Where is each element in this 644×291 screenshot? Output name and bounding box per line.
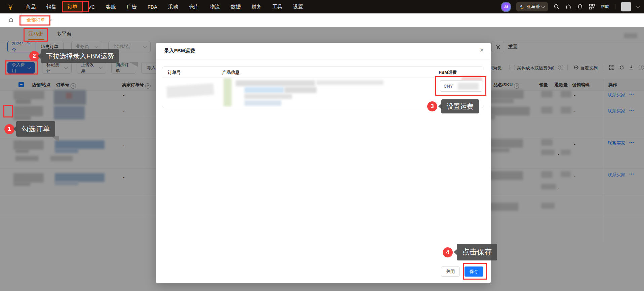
modal-col-product: 产品信息 [222,69,240,76]
nav-item-orders[interactable]: 订单 [62,1,83,12]
help-link[interactable]: 帮助 [601,4,609,10]
search-icon[interactable] [554,4,560,10]
notification-bell-icon[interactable] [577,4,583,10]
nav-item-logistics[interactable]: 物流 [204,0,225,13]
censored-blob [236,80,315,86]
censored-blob [166,83,214,98]
tab-label: 全部订单 [27,17,45,23]
step-tooltip-2: 下拉选择录入FBM运费 [41,49,119,63]
nav-item-ads[interactable]: 广告 [121,0,142,13]
page: 商品 销售 订单 VC 客服 广告 FBA 采购 仓库 物流 数据 财务 工具 … [0,0,644,291]
step-tooltip-3: 设置运费 [441,99,479,113]
brand-logo-icon[interactable] [5,2,15,11]
modal-fee-table: 订单号 产品信息 FBM运费 CNY [162,66,484,108]
nav-item-vc[interactable]: VC [83,0,100,13]
nav-item-sales[interactable]: 销售 [41,0,62,13]
step-tooltip-1: 勾选订单 [16,121,55,137]
fbm-fee-input[interactable]: CNY [440,80,482,92]
close-tab-icon[interactable]: ✕ [49,18,52,22]
step-tooltip-4: 点击保存 [457,244,497,260]
headset-icon[interactable] [565,4,571,10]
nav-item-products[interactable]: 商品 [20,0,41,13]
apps-grid-icon[interactable] [589,4,595,10]
ai-assistant-button[interactable]: AI [501,2,511,11]
censored-blob [244,100,281,106]
nav-item-fba[interactable]: FBA [142,0,163,13]
modal-save-button[interactable]: 保存 [465,266,483,277]
svg-text:a: a [520,4,522,8]
user-avatar[interactable] [621,2,631,11]
modal-title: 录入FBM运费 [164,48,195,54]
nav-item-settings[interactable]: 设置 [288,0,309,13]
nav-item-warehouse[interactable]: 仓库 [184,0,204,13]
divider [162,78,484,78]
home-icon[interactable] [8,17,14,24]
nav-item-data[interactable]: 数据 [225,0,246,13]
platform-switcher[interactable]: a 亚马逊 [516,2,548,11]
modal-col-order-no: 订单号 [168,69,181,76]
nav-item-finance[interactable]: 财务 [246,0,267,13]
tooltip-shadow-wedge [129,62,138,67]
amazon-logo-icon: a [520,4,525,9]
step-circle-4: 4 [443,247,453,257]
modal-close-button[interactable]: 关闭 [441,266,460,277]
chevron-down-icon [541,4,545,8]
user-menu-chevron-icon[interactable] [636,4,640,8]
divider [615,4,615,9]
censored-blob [244,94,292,99]
divider [156,59,491,59]
currency-prefix: CNY [444,84,453,89]
step-circle-3: 3 [427,101,437,111]
nav-right-cluster: AI a 亚马逊 帮助 [501,2,644,11]
nav-item-service[interactable]: 客服 [100,0,121,13]
censored-blob [458,83,479,90]
modal-close-icon[interactable]: ✕ [480,47,484,53]
product-thumbnail-blob [224,78,232,106]
nav-item-tools[interactable]: 工具 [267,0,288,13]
enter-fbm-fee-modal: 录入FBM运费 ✕ 订单号 产品信息 FBM运费 CNY 关闭 保存 [156,43,491,283]
tooltip-shadow-wedge [50,136,59,142]
censored-blob [244,87,284,93]
censored-blob [284,87,317,93]
censored-blob [316,80,384,85]
nav-item-purchase[interactable]: 采购 [163,0,184,13]
top-nav: 商品 销售 订单 VC 客服 广告 FBA 采购 仓库 物流 数据 财务 工具 … [0,0,644,13]
page-tab-bar: 全部订单 ✕ [0,13,644,27]
platform-label: 亚马逊 [527,4,540,10]
modal-col-fee: FBM运费 [439,69,457,76]
tab-all-orders[interactable]: 全部订单 ✕ [22,13,57,27]
